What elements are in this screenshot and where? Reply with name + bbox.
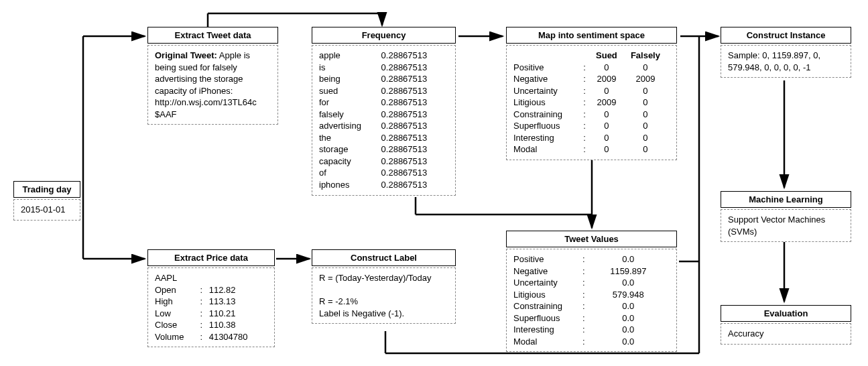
tv-key: Modal bbox=[513, 336, 582, 348]
tv-val: 0.0 bbox=[591, 336, 670, 348]
freq-value: 0.28867513 bbox=[381, 62, 448, 74]
tv-val: 0.0 bbox=[591, 312, 670, 324]
tv-key: Constraining bbox=[513, 300, 582, 312]
construct-instance-title: Construct Instance bbox=[721, 27, 851, 44]
freq-value: 0.28867513 bbox=[381, 97, 448, 109]
freq-word: of bbox=[319, 167, 381, 179]
sentiment-map-body: SuedFalselyPositive:00Negative:20092009U… bbox=[506, 45, 677, 160]
sent-key: Negative bbox=[513, 73, 583, 85]
evaluation-title: Evaluation bbox=[721, 305, 851, 322]
trading-day-box: Trading day 2015-01-01 bbox=[13, 181, 80, 221]
sent-key: Positive bbox=[513, 62, 583, 74]
frequency-title: Frequency bbox=[312, 27, 456, 44]
ml-title: Machine Learning bbox=[721, 191, 851, 208]
price-key: Low bbox=[155, 308, 200, 320]
evaluation-box: Evaluation Accuracy bbox=[721, 305, 851, 345]
sent-key: Constraining bbox=[513, 109, 583, 121]
original-tweet-text: Apple is being sued for falsely advertis… bbox=[155, 50, 257, 119]
sent-val: 0 bbox=[625, 62, 670, 74]
construct-label-body: R = (Today-Yesterday)/Today R = -2.1% La… bbox=[312, 267, 456, 324]
sent-val: 0 bbox=[625, 97, 670, 109]
freq-word: apple bbox=[319, 50, 381, 62]
frequency-box: Frequency apple0.28867513is0.28867513bei… bbox=[312, 27, 456, 196]
sent-val: 0 bbox=[625, 143, 670, 156]
sent-key: Modal bbox=[513, 143, 583, 156]
tv-key: Positive bbox=[513, 253, 582, 265]
freq-value: 0.28867513 bbox=[381, 109, 448, 121]
freq-value: 0.28867513 bbox=[381, 179, 448, 191]
sentiment-map-box: Map into sentiment space SuedFalselyPosi… bbox=[506, 27, 677, 160]
tv-val: 1159.897 bbox=[591, 265, 670, 278]
freq-word: is bbox=[319, 62, 381, 74]
price-val: 110.38 bbox=[209, 319, 267, 331]
freq-value: 0.28867513 bbox=[381, 167, 448, 179]
trading-day-title: Trading day bbox=[13, 181, 80, 198]
tweet-values-box: Tweet Values Positive:0.0Negative:1159.8… bbox=[506, 231, 677, 352]
price-val: 112.82 bbox=[209, 284, 267, 296]
sent-val: 2009 bbox=[592, 73, 625, 85]
label-result: R = -2.1% bbox=[319, 296, 448, 308]
tv-val: 579.948 bbox=[591, 289, 670, 301]
label-class: Label is Negative (-1). bbox=[319, 308, 448, 320]
freq-value: 0.28867513 bbox=[381, 156, 448, 168]
tv-key: Litigious bbox=[513, 289, 582, 301]
ml-text: Support Vector Machines (SVMs) bbox=[721, 209, 851, 242]
price-val: 110.21 bbox=[209, 308, 267, 320]
frequency-body: apple0.28867513is0.28867513being0.288675… bbox=[312, 45, 456, 196]
tv-val: 0.0 bbox=[591, 277, 670, 289]
sent-val: 2009 bbox=[625, 73, 670, 85]
sent-val: 0 bbox=[625, 120, 670, 132]
trading-day-value: 2015-01-01 bbox=[13, 199, 80, 221]
price-key: Volume bbox=[155, 331, 200, 343]
sent-val: 0 bbox=[592, 120, 625, 132]
sent-key: Superfluous bbox=[513, 120, 583, 132]
sent-col: Falsely bbox=[625, 50, 670, 62]
sent-val: 0 bbox=[625, 132, 670, 144]
tv-val: 0.0 bbox=[591, 300, 670, 312]
freq-word: falsely bbox=[319, 109, 381, 121]
sent-val: 0 bbox=[625, 85, 670, 97]
sentiment-map-title: Map into sentiment space bbox=[506, 27, 677, 44]
freq-value: 0.28867513 bbox=[381, 132, 448, 144]
price-key: Open bbox=[155, 284, 200, 296]
ml-box: Machine Learning Support Vector Machines… bbox=[721, 191, 851, 242]
extract-price-body: AAPL Open:112.82High:113.13Low:110.21Clo… bbox=[147, 267, 275, 347]
freq-value: 0.28867513 bbox=[381, 73, 448, 85]
tweet-values-body: Positive:0.0Negative:1159.897Uncertainty… bbox=[506, 249, 677, 352]
original-tweet-label: Original Tweet: bbox=[155, 50, 217, 60]
price-val: 113.13 bbox=[209, 296, 267, 308]
sent-val: 0 bbox=[592, 109, 625, 121]
construct-label-box: Construct Label R = (Today-Yesterday)/To… bbox=[312, 249, 456, 324]
freq-value: 0.28867513 bbox=[381, 85, 448, 97]
evaluation-text: Accuracy bbox=[721, 323, 851, 345]
construct-label-title: Construct Label bbox=[312, 249, 456, 266]
extract-price-title: Extract Price data bbox=[147, 249, 275, 266]
sent-val: 2009 bbox=[592, 97, 625, 109]
freq-word: for bbox=[319, 97, 381, 109]
freq-value: 0.28867513 bbox=[381, 143, 448, 156]
extract-tweet-title: Extract Tweet data bbox=[147, 27, 278, 44]
freq-value: 0.28867513 bbox=[381, 50, 448, 62]
tv-key: Uncertainty bbox=[513, 277, 582, 289]
freq-word: iphones bbox=[319, 179, 381, 191]
construct-instance-box: Construct Instance Sample: 0, 1159.897, … bbox=[721, 27, 851, 78]
label-formula: R = (Today-Yesterday)/Today bbox=[319, 272, 448, 284]
sent-col: Sued bbox=[592, 50, 625, 62]
price-key: Close bbox=[155, 319, 200, 331]
tv-key: Negative bbox=[513, 265, 582, 278]
freq-word: advertising bbox=[319, 120, 381, 132]
extract-tweet-body: Original Tweet: Apple is being sued for … bbox=[147, 45, 278, 125]
sent-val: 0 bbox=[625, 109, 670, 121]
sent-key: Litigious bbox=[513, 97, 583, 109]
sent-val: 0 bbox=[592, 132, 625, 144]
price-ticker: AAPL bbox=[155, 272, 267, 284]
freq-word: capacity bbox=[319, 156, 381, 168]
sent-key: Interesting bbox=[513, 132, 583, 144]
tv-val: 0.0 bbox=[591, 324, 670, 336]
tv-key: Interesting bbox=[513, 324, 582, 336]
price-key: High bbox=[155, 296, 200, 308]
freq-word: sued bbox=[319, 85, 381, 97]
freq-value: 0.28867513 bbox=[381, 120, 448, 132]
freq-word: the bbox=[319, 132, 381, 144]
freq-word: being bbox=[319, 73, 381, 85]
